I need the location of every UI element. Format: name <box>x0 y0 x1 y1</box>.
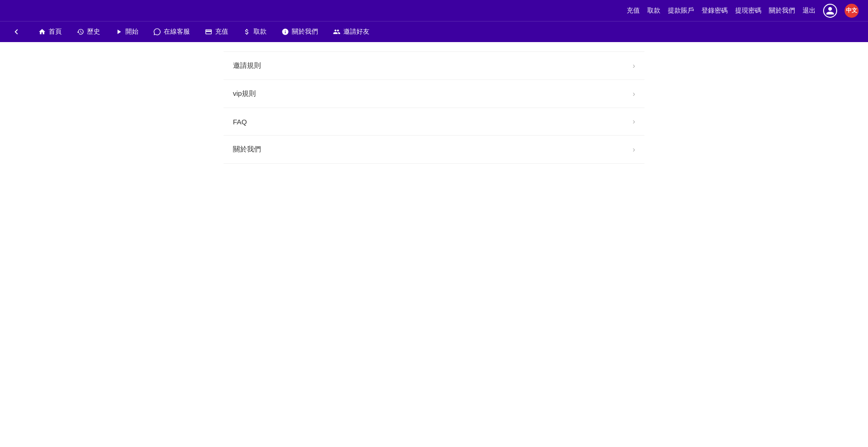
nav-label-start: 開始 <box>125 28 138 36</box>
topbar-recharge[interactable]: 充值 <box>627 7 640 15</box>
nav-item-recharge[interactable]: 充值 <box>205 28 228 36</box>
nav-item-withdraw[interactable]: 取款 <box>243 28 267 36</box>
invite-rules-label: 邀請規則 <box>233 61 261 70</box>
nav-item-start[interactable]: 開始 <box>115 28 138 36</box>
nav-label-about: 關於我們 <box>292 28 318 36</box>
main-content: 邀請規則 › vip規則 › FAQ › 關於我們 › <box>224 42 644 173</box>
nav-label-history: 歷史 <box>87 28 100 36</box>
chevron-right-icon: › <box>633 117 635 126</box>
topbar-withdraw-account[interactable]: 提款賬戶 <box>668 7 694 15</box>
nav-item-service[interactable]: 在線客服 <box>153 28 190 36</box>
faq-label: FAQ <box>233 118 247 126</box>
nav-item-home[interactable]: 首頁 <box>38 28 62 36</box>
list-item-vip-rules[interactable]: vip規則 › <box>224 80 644 108</box>
invite-icon <box>333 28 340 36</box>
language-badge[interactable]: 中文 <box>845 4 859 18</box>
nav-item-invite[interactable]: 邀請好友 <box>333 28 369 36</box>
topbar-withdraw-password[interactable]: 提現密碼 <box>735 7 761 15</box>
withdraw-icon <box>243 28 251 36</box>
top-bar: 充值 取款 提款賬戶 登錄密碼 提現密碼 關於我們 退出 中文 <box>0 0 868 21</box>
list-item-faq[interactable]: FAQ › <box>224 108 644 136</box>
list-item-invite-rules[interactable]: 邀請規則 › <box>224 51 644 80</box>
topbar-withdraw[interactable]: 取款 <box>647 7 660 15</box>
nav-item-history[interactable]: 歷史 <box>77 28 100 36</box>
start-icon <box>115 28 123 36</box>
about-icon <box>282 28 289 36</box>
chevron-right-icon: › <box>633 90 635 98</box>
chevron-right-icon: › <box>633 62 635 70</box>
about-us-label: 關於我們 <box>233 145 261 154</box>
nav-label-withdraw: 取款 <box>253 28 267 36</box>
topbar-logout[interactable]: 退出 <box>803 7 816 15</box>
back-button[interactable] <box>9 25 23 39</box>
history-icon <box>77 28 84 36</box>
nav-label-recharge: 充值 <box>215 28 228 36</box>
home-icon <box>38 28 46 36</box>
nav-label-home: 首頁 <box>49 28 62 36</box>
nav-item-about[interactable]: 關於我們 <box>282 28 318 36</box>
nav-label-invite: 邀請好友 <box>343 28 369 36</box>
user-avatar[interactable] <box>823 4 837 18</box>
list-item-about-us[interactable]: 關於我們 › <box>224 136 644 164</box>
nav-label-service: 在線客服 <box>164 28 190 36</box>
chevron-right-icon: › <box>633 145 635 154</box>
topbar-about[interactable]: 關於我們 <box>769 7 795 15</box>
vip-rules-label: vip規則 <box>233 89 256 98</box>
service-icon <box>153 28 161 36</box>
nav-bar: 首頁 歷史 開始 在線客服 充值 取款 關於我們 邀請好友 <box>0 21 868 42</box>
topbar-login-password[interactable]: 登錄密碼 <box>702 7 728 15</box>
top-bar-links: 充值 取款 提款賬戶 登錄密碼 提現密碼 關於我們 退出 中文 <box>627 4 859 18</box>
recharge-icon <box>205 28 212 36</box>
